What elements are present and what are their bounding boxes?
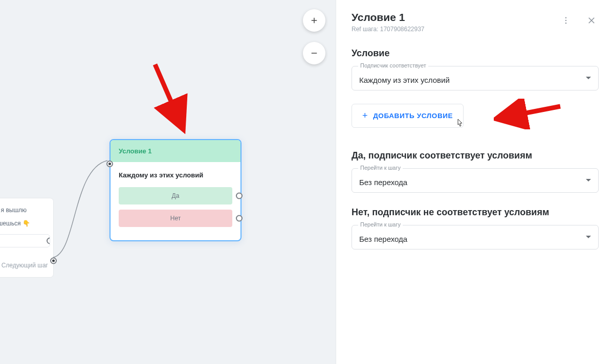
panel-ref: Ref шага: 1707908622937 — [352, 26, 559, 33]
output-port[interactable] — [47, 238, 50, 244]
svg-line-9 — [500, 106, 560, 118]
select-label: Подписчик соответствует — [358, 62, 428, 69]
zoom-out-button[interactable] — [303, 42, 325, 64]
node-text-fragment: ь и я вышлю — [0, 203, 53, 217]
panel-title: Условие 1 — [352, 11, 559, 24]
output-port[interactable] — [50, 258, 57, 264]
properties-panel: Условие 1 Ref шага: 1707908622937 Услови… — [336, 0, 614, 364]
no-branch-section: Нет, подписчик не соответствует условиям… — [352, 207, 599, 249]
more-options-button[interactable] — [559, 13, 573, 28]
reply-button-placeholder[interactable] — [0, 234, 50, 247]
condition-node-title: Условие 1 — [111, 140, 240, 162]
svg-point-6 — [565, 22, 566, 24]
condition-section: Условие Подписчик соответствует Каждому … — [352, 48, 599, 128]
select-value: Без перехода — [359, 235, 407, 243]
branch-yes[interactable]: Да — [119, 187, 232, 204]
svg-line-0 — [155, 64, 182, 126]
condition-summary: Каждому из этих условий — [119, 171, 232, 179]
flow-canvas[interactable]: ь и я вышлю лишешься 👇 Следующий шаг Усл… — [0, 0, 336, 364]
branch-no-label: Нет — [170, 215, 181, 222]
close-button[interactable] — [584, 13, 599, 28]
add-condition-label: Добавить условие — [373, 112, 453, 120]
select-label: Перейти к шагу — [358, 165, 403, 171]
output-port-no[interactable] — [236, 215, 243, 222]
chevron-down-icon — [586, 176, 591, 185]
dots-vertical-icon — [561, 16, 571, 25]
select-label: Перейти к шагу — [358, 221, 403, 228]
section-heading: Условие — [352, 48, 599, 59]
chevron-down-icon — [586, 233, 591, 242]
node-text-fragment: лишешься 👇 — [0, 217, 53, 230]
section-heading: Да, подписчик соответствует условиям — [352, 150, 599, 161]
plus-icon — [310, 16, 319, 25]
minus-icon — [310, 49, 319, 58]
svg-point-4 — [565, 17, 566, 18]
close-icon — [587, 16, 596, 25]
chevron-down-icon — [586, 74, 591, 83]
no-next-step-select[interactable]: Перейти к шагу Без перехода — [352, 225, 599, 249]
annotation-arrow-icon — [150, 59, 196, 136]
branch-yes-label: Да — [172, 192, 180, 199]
select-value: Каждому из этих условий — [359, 76, 450, 84]
next-step-label: Следующий шаг — [0, 249, 53, 272]
add-condition-button[interactable]: + Добавить условие — [352, 104, 464, 128]
match-mode-select[interactable]: Подписчик соответствует Каждому из этих … — [352, 66, 599, 90]
svg-point-5 — [565, 20, 566, 21]
zoom-in-button[interactable] — [303, 9, 325, 32]
output-port-yes[interactable] — [236, 193, 243, 199]
annotation-arrow-icon — [494, 99, 565, 129]
condition-node[interactable]: Условие 1 Каждому из этих условий Да Нет — [109, 139, 242, 241]
plus-icon: + — [362, 110, 368, 121]
input-port[interactable] — [106, 161, 113, 167]
yes-next-step-select[interactable]: Перейти к шагу Без перехода — [352, 168, 599, 193]
yes-branch-section: Да, подписчик соответствует условиям Пер… — [352, 150, 599, 193]
select-value: Без перехода — [359, 178, 407, 187]
branch-no[interactable]: Нет — [119, 210, 232, 227]
previous-step-node[interactable]: ь и я вышлю лишешься 👇 Следующий шаг — [0, 198, 53, 277]
section-heading: Нет, подписчик не соответствует условиям — [352, 207, 599, 218]
